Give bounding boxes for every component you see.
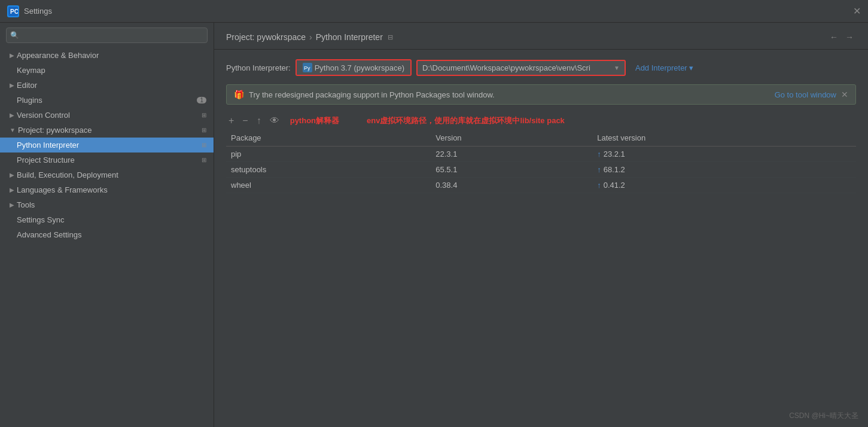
package-version: 22.3.1 (431, 147, 592, 162)
interpreter-label: Python Interpreter: (226, 63, 291, 72)
search-box[interactable]: 🔍 (6, 28, 208, 43)
content-body: Python Interpreter: Py Python 3.7 (pywok… (214, 50, 868, 427)
sidebar-item-label: Languages & Frameworks (17, 185, 206, 194)
sidebar-item-version-control[interactable]: ▶ Version Control ⊞ (0, 108, 214, 123)
sidebar-item-build-execution[interactable]: ▶ Build, Execution, Deployment (0, 167, 214, 182)
sidebar-item-plugins[interactable]: ▶ Plugins 1 (0, 93, 214, 108)
back-button[interactable]: ← (827, 31, 840, 43)
sidebar-item-languages-frameworks[interactable]: ▶ Languages & Frameworks (0, 182, 214, 197)
window-icon: ⊞ (202, 127, 206, 133)
info-banner-close-icon[interactable]: ✕ (841, 90, 848, 99)
sidebar-item-label: Tools (17, 200, 206, 209)
window-title: Settings (24, 7, 52, 16)
expand-arrow-icon: ▶ (10, 172, 14, 178)
breadcrumb-parent[interactable]: Project: pywokrspace (226, 32, 306, 42)
package-version: 65.5.1 (431, 162, 592, 178)
expand-arrow-icon: ▶ (10, 112, 14, 118)
window-icon: ⊞ (202, 157, 206, 163)
watermark: CSDN @Hi~晴天大圣 (789, 411, 858, 421)
info-banner: 🎁 Try the redesigned packaging support i… (226, 84, 856, 105)
content-header: Project: pywokrspace › Python Interprete… (214, 23, 868, 50)
expand-arrow-icon: ▶ (10, 52, 14, 59)
settings-window: PC Settings ✕ 🔍 ▶ Appearance & Behavior … (0, 0, 868, 427)
interpreter-name-text: Python 3.7 (pywokrspace) (315, 63, 404, 72)
sidebar-item-project-pywokrspace[interactable]: ▼ Project: pywokrspace ⊞ (0, 123, 214, 138)
upgrade-package-button[interactable]: ↑ (254, 114, 264, 127)
breadcrumb-menu-icon[interactable]: ⊟ (388, 33, 393, 41)
upgrade-arrow-icon: ↑ (597, 150, 601, 158)
package-name: wheel (226, 178, 431, 193)
table-row[interactable]: wheel0.38.4↑0.41.2 (226, 178, 856, 193)
package-name: setuptools (226, 162, 431, 178)
breadcrumb: Project: pywokrspace › Python Interprete… (226, 32, 827, 42)
svg-text:PC: PC (10, 8, 18, 15)
close-button[interactable]: ✕ (853, 5, 861, 17)
package-version: 0.38.4 (431, 178, 592, 193)
python-icon: Py (303, 63, 312, 72)
upgrade-arrow-icon: ↑ (597, 165, 601, 174)
search-input[interactable] (6, 28, 208, 43)
package-latest-version: ↑68.1.2 (592, 162, 856, 178)
toggle-visibility-button[interactable]: 👁 (267, 114, 282, 127)
info-icon: 🎁 (234, 90, 244, 99)
interpreter-row: Python Interpreter: Py Python 3.7 (pywok… (226, 59, 856, 76)
breadcrumb-current: Python Interpreter (316, 32, 383, 42)
main-layout: 🔍 ▶ Appearance & Behavior ▶ Keymap ▶ Edi… (0, 23, 868, 427)
sidebar-item-label: Python Interpreter (17, 141, 199, 150)
sidebar-item-settings-sync[interactable]: ▶ Settings Sync (0, 212, 214, 227)
expand-arrow-icon: ▼ (10, 127, 16, 133)
dropdown-arrow-icon[interactable]: ▼ (614, 65, 620, 71)
package-latest-version: ↑23.2.1 (592, 147, 856, 162)
sidebar-item-tools[interactable]: ▶ Tools (0, 197, 214, 212)
upgrade-arrow-icon: ↑ (597, 181, 601, 190)
search-icon: 🔍 (10, 31, 19, 39)
col-header-latest: Latest version (592, 131, 856, 147)
sidebar-item-label: Build, Execution, Deployment (17, 170, 206, 179)
interpreter-path-box[interactable]: D:\Document\Workspace\pywokrspace\venv\S… (416, 60, 626, 76)
package-name: pip (226, 147, 431, 162)
app-icon: PC (7, 5, 19, 17)
col-header-version: Version (431, 131, 592, 147)
info-banner-text: Try the redesigned packaging support in … (249, 90, 775, 99)
content-area: Project: pywokrspace › Python Interprete… (214, 23, 868, 427)
interpreter-selector[interactable]: Py Python 3.7 (pywokrspace) (296, 59, 412, 76)
package-latest-version: ↑0.41.2 (592, 178, 856, 193)
sidebar-item-label: Keymap (17, 66, 206, 75)
sidebar-item-editor[interactable]: ▶ Editor (0, 78, 214, 93)
add-interpreter-button[interactable]: Add Interpreter ▾ (635, 63, 693, 72)
forward-button[interactable]: → (843, 31, 856, 43)
interpreter-name-button[interactable]: Py Python 3.7 (pywokrspace) (297, 60, 410, 75)
nav-arrows: ← → (827, 31, 856, 43)
col-header-package: Package (226, 131, 431, 147)
info-banner-link[interactable]: Go to tool window (775, 90, 836, 99)
annotation-env-path: env虚拟环境路径，使用的库就在虚拟环境中lib/site pack (367, 115, 565, 126)
svg-text:Py: Py (304, 65, 310, 71)
sidebar-item-advanced-settings[interactable]: ▶ Advanced Settings (0, 227, 214, 242)
table-row[interactable]: setuptools65.5.1↑68.1.2 (226, 162, 856, 178)
sidebar-item-label: Plugins (17, 96, 194, 105)
expand-arrow-icon: ▶ (10, 202, 14, 208)
sidebar-item-label: Editor (17, 81, 206, 90)
table-row[interactable]: pip22.3.1↑23.2.1 (226, 147, 856, 162)
sidebar-item-label: Project Structure (17, 155, 199, 164)
sidebar-item-keymap[interactable]: ▶ Keymap (0, 63, 214, 78)
sidebar-item-label: Project: pywokrspace (18, 126, 199, 135)
window-icon: ⊞ (202, 112, 206, 118)
package-table: Package Version Latest version pip22.3.1… (226, 131, 856, 193)
breadcrumb-separator: › (309, 32, 312, 42)
sidebar-item-label: Appearance & Behavior (17, 51, 206, 60)
package-toolbar: + − ↑ 👁 python解释器 env虚拟环境路径，使用的库就在虚拟环境中l… (226, 112, 856, 130)
plugins-badge: 1 (197, 97, 206, 103)
expand-arrow-icon: ▶ (10, 187, 14, 193)
sidebar-item-label: Settings Sync (17, 215, 206, 224)
window-icon: ⊞ (202, 142, 206, 148)
sidebar-item-project-structure[interactable]: Project Structure ⊞ (0, 152, 214, 167)
remove-package-button[interactable]: − (240, 114, 250, 127)
sidebar-item-appearance-behavior[interactable]: ▶ Appearance & Behavior (0, 48, 214, 63)
title-bar: PC Settings ✕ (0, 0, 868, 23)
add-package-button[interactable]: + (226, 114, 236, 127)
sidebar-item-label: Advanced Settings (17, 230, 206, 239)
sidebar-item-python-interpreter[interactable]: Python Interpreter ⊞ (0, 138, 214, 152)
sidebar: 🔍 ▶ Appearance & Behavior ▶ Keymap ▶ Edi… (0, 23, 214, 427)
expand-arrow-icon: ▶ (10, 82, 14, 89)
